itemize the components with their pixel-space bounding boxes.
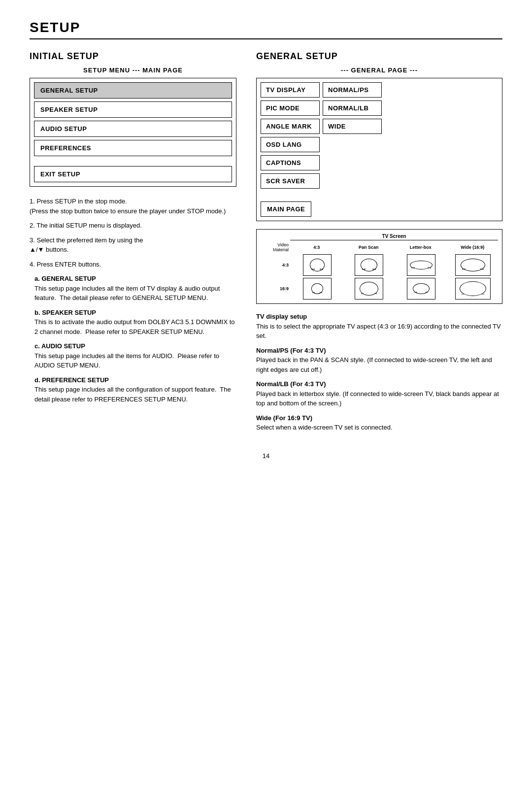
initial-setup-heading: INITIAL SETUP — [30, 51, 236, 62]
tv-screen-43-panscan — [355, 254, 383, 276]
menu-angle-mark[interactable]: ANGLE MARK — [261, 119, 320, 134]
menu-tv-display[interactable]: TV DISPLAY — [261, 82, 320, 98]
tv-screen-43-letterbox — [407, 254, 435, 276]
tv-screen-label: TV Screen — [290, 233, 498, 240]
desc-wide: Wide (For 16:9 TV) Select when a wide-sc… — [256, 413, 502, 432]
menu-pic-mode[interactable]: PIC MODE — [261, 100, 320, 116]
tv-screen-169-panscan — [355, 278, 383, 299]
video-material-label: Video Material — [261, 242, 290, 252]
sub-steps-list: a. GENERAL SETUP This setup page include… — [30, 274, 236, 404]
sub-step-d: d. PREFERENCE SETUP This setup page incl… — [34, 375, 236, 404]
tv-diagram: TV Screen Video Material 4:3 Pan Scan Le… — [256, 229, 502, 304]
step-4: 4. Press ENTER buttons. — [30, 260, 236, 269]
tv-screen-169-normal — [303, 278, 332, 299]
col-header-panscan: Pan Scan — [343, 245, 395, 250]
left-column: INITIAL SETUP SETUP MENU --- MAIN PAGE G… — [30, 51, 236, 409]
desc-normal-lb: Normal/LB (For 4:3 TV) Played back in le… — [256, 379, 502, 408]
setup-menu-box: GENERAL SETUP SPEAKER SETUP AUDIO SETUP … — [30, 78, 236, 187]
sub-step-a: a. GENERAL SETUP This setup page include… — [34, 274, 236, 303]
menu-wide[interactable]: WIDE — [323, 119, 382, 134]
desc-normal-ps: Normal/PS (For 4:3 TV) Played back in th… — [256, 346, 502, 375]
row-header-43: 4:3 — [261, 263, 290, 267]
tv-screen-169-letterbox — [407, 278, 435, 299]
step-1: 1. Press SETUP in the stop mode. (Press … — [30, 197, 236, 216]
tv-screen-43-normal — [303, 254, 332, 276]
step-2: 2. The initial SETUP menu is displayed. — [30, 221, 236, 231]
menu-normal-lb[interactable]: NORMAL/LB — [323, 100, 382, 116]
sub-step-b: b. SPEAKER SETUP This is to activate the… — [34, 308, 236, 337]
col-header-letterbox: Letter-box — [395, 245, 446, 250]
menu-item-preferences[interactable]: PREFERENCES — [34, 140, 232, 156]
row-header-169: 16:9 — [261, 286, 290, 291]
menu-heading: SETUP MENU --- MAIN PAGE — [30, 66, 236, 74]
col-header-wide169: Wide (16:9) — [447, 245, 499, 250]
general-row-5: CAPTIONS — [261, 155, 498, 170]
tv-screen-169-wide — [455, 278, 491, 299]
general-row-1: TV DISPLAY NORMAL/PS — [261, 82, 498, 98]
page-number: 14 — [30, 452, 502, 460]
desc-tv-display-setup: TV display setup This is to select the a… — [256, 312, 502, 341]
menu-item-general-setup[interactable]: GENERAL SETUP — [34, 82, 232, 99]
general-row-2: PIC MODE NORMAL/LB — [261, 100, 498, 116]
general-setup-heading: GENERAL SETUP — [256, 51, 502, 62]
tv-screen-169-col4 — [455, 254, 491, 276]
general-row-3: ANGLE MARK WIDE — [261, 119, 498, 134]
menu-item-audio-setup[interactable]: AUDIO SETUP — [34, 121, 232, 137]
right-column: GENERAL SETUP --- GENERAL PAGE --- TV DI… — [256, 51, 502, 437]
general-menu-box: TV DISPLAY NORMAL/PS PIC MODE NORMAL/LB … — [256, 78, 502, 221]
menu-osd-lang[interactable]: OSD LANG — [261, 137, 320, 152]
menu-item-speaker-setup[interactable]: SPEAKER SETUP — [34, 101, 232, 118]
col-header-43: 4:3 — [291, 245, 342, 250]
step-3: 3. Select the preferred item by using th… — [30, 235, 236, 255]
steps-list: 1. Press SETUP in the stop mode. (Press … — [30, 197, 236, 269]
main-page-button[interactable]: MAIN PAGE — [261, 201, 311, 217]
general-row-6: SCR SAVER — [261, 173, 498, 189]
menu-item-exit-setup[interactable]: EXIT SETUP — [34, 166, 232, 182]
menu-scr-saver[interactable]: SCR SAVER — [261, 173, 320, 189]
sub-step-c: c. AUDIO SETUP This setup page includes … — [34, 341, 236, 370]
menu-normal-ps[interactable]: NORMAL/PS — [323, 82, 382, 98]
page-title: SETUP — [30, 20, 502, 39]
general-page-heading: --- GENERAL PAGE --- — [256, 66, 502, 74]
general-row-4: OSD LANG — [261, 137, 498, 152]
menu-captions[interactable]: CAPTIONS — [261, 155, 320, 170]
